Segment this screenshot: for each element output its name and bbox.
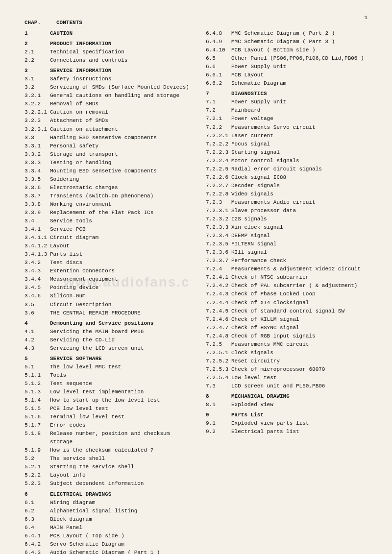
section-1: 1 CAUTION bbox=[24, 29, 191, 38]
toc-entry: 4.2Servicing the CD-Lid bbox=[24, 336, 191, 344]
toc-entry: 8.1Exploded view bbox=[206, 401, 368, 409]
toc-entry: 3.2.1General cautions on handling and st… bbox=[24, 92, 191, 100]
toc-entry: 5.1.3Low level test implementation bbox=[24, 388, 191, 396]
entry-num: 2.1 bbox=[24, 48, 50, 56]
toc-entry: 9.2Electrical parts list bbox=[206, 428, 368, 436]
left-column: 1 CAUTION 2 PRODUCT INFORMATION 2.1 Tech… bbox=[24, 29, 191, 554]
toc-entry: 7.2.4.1Check of NTSC subcarrier bbox=[206, 273, 368, 282]
entry-title: Connections and controls bbox=[50, 56, 191, 65]
toc-entry: 3.4.1.1Circuit diagram bbox=[24, 234, 191, 242]
toc-entry: 6.1Wiring diagram bbox=[24, 499, 191, 507]
toc-entry: 6.4.9MMC Schematic Diagram ( Part 3 ) bbox=[206, 38, 368, 46]
toc-entry: 7.2.1Power voltage bbox=[206, 115, 368, 123]
toc-entry: 7.2.3.7Performance check bbox=[206, 257, 368, 265]
toc-entry: 7.2.2.1Laser current bbox=[206, 132, 368, 140]
toc-entry: 3.4.5Pointing device bbox=[24, 284, 191, 292]
toc-entry: 5.1.5PCB low level test bbox=[24, 405, 191, 413]
section-num: 1 bbox=[24, 29, 50, 38]
toc-entry: 6 ELECTRICAL DRAWINGS bbox=[24, 490, 191, 499]
toc-entry: 7.2.3Measurements Audio circuit bbox=[206, 198, 368, 207]
toc-entry: 3.3.8Working environment bbox=[24, 200, 191, 209]
toc-entry: 2 PRODUCT INFORMATION bbox=[24, 40, 191, 48]
toc-entry: 7.2.4.8Check of RGB input signals bbox=[206, 332, 368, 340]
toc-entry: 3.4.3Extention connectors bbox=[24, 267, 191, 275]
toc-entry: 7.2.3.4DEEMP signal bbox=[206, 232, 368, 240]
toc-entry: 6.4.10PCB Layout ( Bottom side ) bbox=[206, 46, 368, 54]
toc-entry: 6.4.3Audio Schematic Diagram ( Part 1 ) bbox=[24, 549, 191, 554]
toc-entry: 5.1.7Error codes bbox=[24, 421, 191, 430]
toc-entry: 3.2.3Attachment of SMDs bbox=[24, 117, 191, 125]
toc-entry: 5 SERVICE SOFTWARE bbox=[24, 355, 191, 363]
toc-entry: 5.1.2Test sequence bbox=[24, 380, 191, 388]
toc-entry: 3.6THE CENTRAL REPAIR PROCEDURE bbox=[24, 309, 191, 317]
right-column: 6.4.8MMC Schematic Diagram ( Part 2 ) 6.… bbox=[206, 29, 368, 554]
toc-entry: 3.3Handling ESD sensetive components bbox=[24, 134, 191, 142]
toc-entry: 3.2.2.1Caution on removal bbox=[24, 108, 191, 117]
toc-entry: 3.3.7Transients (switch-on phenomena) bbox=[24, 192, 191, 200]
toc-entry: 5.1The low level MMC test bbox=[24, 363, 191, 371]
toc-entry: 4 Demounting and Service positions bbox=[24, 319, 191, 328]
toc-entry: 5.2.2Layout info bbox=[24, 471, 191, 480]
entry-title: Technical specification bbox=[50, 48, 191, 56]
toc-entry: 7.2.4.5Check of standard control signal … bbox=[206, 307, 368, 315]
toc-entry: 7.2.3.5FILTERN signal bbox=[206, 240, 368, 248]
toc-entry: 7.2.4.4Check of XT4 clocksignal bbox=[206, 299, 368, 307]
toc-entry: 6.5Other Panel (PS06,PP06,Pl06,CD Lid,PB… bbox=[206, 54, 368, 63]
chap-label: CHAP. bbox=[24, 20, 47, 25]
toc-entry: 7.2.3.3Xin clock signal bbox=[206, 223, 368, 232]
toc-entry: 6.3Block diagram bbox=[24, 515, 191, 524]
toc-entry: 6.4.1PCB Layout ( Top side ) bbox=[24, 532, 191, 540]
toc-entry: 5.1.6Terminal low level test bbox=[24, 413, 191, 421]
toc-entry: 9 Parts List bbox=[206, 411, 368, 419]
contents-label: CONTENTS bbox=[56, 20, 82, 25]
toc-entry: 2.1 Technical specification bbox=[24, 48, 191, 56]
toc-entry: 5.2The service shell bbox=[24, 455, 191, 463]
toc-entry: 5.1.4How to start up the low level test bbox=[24, 396, 191, 405]
section-3: 3 SERVICE INFORMATION 3.1Safety instruct… bbox=[24, 67, 191, 317]
toc-entry: 7.2.2.3Starting signal bbox=[206, 148, 368, 157]
toc-entry: 6.4MAIN Panel bbox=[24, 524, 191, 532]
toc-entry: 6.6Power Supply Unit bbox=[206, 63, 368, 71]
toc-entry: 7.2.3.1Slave processor data bbox=[206, 207, 368, 215]
toc-header: CHAP. CONTENTS bbox=[24, 20, 368, 25]
toc-entry: 3.3.1Personal safety bbox=[24, 142, 191, 150]
toc-entry: 3.3.4Mounting ESD sensetive components bbox=[24, 167, 191, 175]
toc-entry: 7.2.5Measurements MMC circuit bbox=[206, 340, 368, 349]
toc-entry: 7.2.2.2Focus signal bbox=[206, 140, 368, 148]
toc-entry: 3.4.2Test discs bbox=[24, 259, 191, 267]
section-5: 5 SERVICE SOFTWARE 5.1The low level MMC … bbox=[24, 355, 191, 488]
page-number: 1 bbox=[364, 15, 368, 21]
toc-entry: 7.2.3.2I2S signals bbox=[206, 215, 368, 223]
toc-entry: 3.3.9Replacement of the Flat Pack ICs bbox=[24, 209, 191, 217]
toc-entry: 3.2.2Removal of SMDs bbox=[24, 100, 191, 108]
section-9: 9 Parts List 9.1Exploded view parts list… bbox=[206, 411, 368, 436]
toc-entry: 2.2 Connections and controls bbox=[24, 56, 191, 65]
toc-entry: 3 SERVICE INFORMATION bbox=[24, 67, 191, 75]
section-6: 6 ELECTRICAL DRAWINGS 6.1Wiring diagram … bbox=[24, 490, 191, 554]
toc-entry: 7.2.4.6Check of KILLM signal bbox=[206, 315, 368, 324]
toc-entry: 7.2.2Measurements Servo circuit bbox=[206, 123, 368, 132]
toc-entry: 3.3.5Soldering bbox=[24, 175, 191, 184]
toc-entry: 3.4.1.2Layout bbox=[24, 242, 191, 250]
toc-entry: 7.2.2.5Radial error circuit signals bbox=[206, 165, 368, 173]
toc-entry: 1 CAUTION bbox=[24, 29, 191, 38]
toc-entry: 3.3.2Storage and transport bbox=[24, 150, 191, 159]
toc-entry: 5.1.1Tools bbox=[24, 371, 191, 380]
toc-entry: 5.1.8Release number, position and checks… bbox=[24, 430, 191, 446]
toc-entry: 6.6.1PCB Layout bbox=[206, 71, 368, 79]
toc-entry: 7.2.2.7Decoder signals bbox=[206, 182, 368, 190]
toc-entry: 5.2.3Subject dependent information bbox=[24, 480, 191, 488]
section-title: SERVICE INFORMATION bbox=[50, 67, 191, 75]
toc-entry: 4.1Servicing the MAIN board PM06 bbox=[24, 328, 191, 336]
toc-entry: 6.2Alphabetical signal listing bbox=[24, 507, 191, 515]
section-4: 4 Demounting and Service positions 4.1Se… bbox=[24, 319, 191, 353]
toc-entry: 7.2.2.4Motor control signals bbox=[206, 157, 368, 165]
toc-entry: 7.2.4.3Check of Phase Locked Loop bbox=[206, 290, 368, 298]
toc-entry: 5.1.9How is the checksum calculated ? bbox=[24, 446, 191, 455]
toc-entry: 3.3.6Electrostatic charges bbox=[24, 184, 191, 192]
toc-entry: 7.2Mainboard bbox=[206, 106, 368, 115]
toc-entry: 7.2.4.2Check of PAL subcarrier ( & adjus… bbox=[206, 282, 368, 290]
section-2: 2 PRODUCT INFORMATION 2.1 Technical spec… bbox=[24, 40, 191, 65]
toc-entry: 7.2.5.4Low level test bbox=[206, 374, 368, 382]
section-6-cont: 6.4.8MMC Schematic Diagram ( Part 2 ) 6.… bbox=[206, 29, 368, 88]
